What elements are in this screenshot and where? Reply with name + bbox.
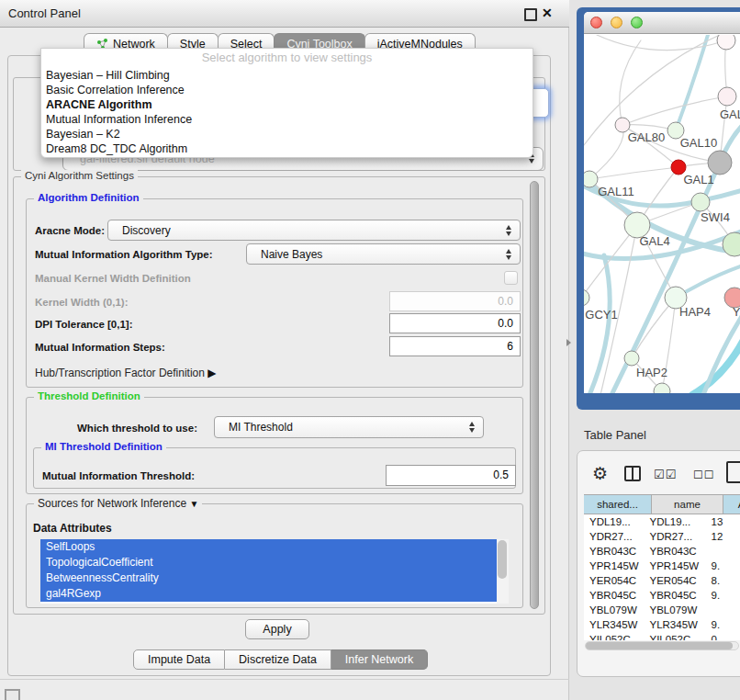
table-row[interactable]: YLR345WYLR345W9. bbox=[584, 617, 740, 632]
table-cell: YPR145W bbox=[584, 559, 645, 573]
dpi-tolerance-field[interactable]: 0.0 bbox=[389, 313, 521, 333]
table-cell: YDR27... bbox=[645, 529, 708, 544]
edge[interactable] bbox=[584, 35, 720, 145]
combo-value: Discovery bbox=[122, 224, 171, 237]
select-all-icon[interactable]: ☑☑ bbox=[654, 468, 677, 481]
list-scrollbar-thumb[interactable] bbox=[498, 540, 507, 579]
table-cell bbox=[708, 544, 740, 559]
edge[interactable] bbox=[622, 96, 727, 125]
kernel-width-field[interactable]: 0.0 bbox=[389, 291, 521, 311]
algorithm-option-bayesian-hill-climbing[interactable]: Bayesian – Hill Climbing bbox=[41, 68, 533, 83]
table-row[interactable]: YBR045CYBR045C9. bbox=[584, 588, 740, 603]
group-title: Algorithm Definition bbox=[34, 192, 143, 203]
stepper-icon bbox=[468, 421, 477, 434]
panel-divider-handle[interactable] bbox=[566, 339, 571, 346]
manual-kernel-checkbox[interactable] bbox=[504, 271, 518, 285]
table-cell: YER054C bbox=[584, 573, 645, 588]
node-label: HAP4 bbox=[679, 305, 711, 319]
table-row[interactable]: YBR043CYBR043C bbox=[584, 544, 740, 559]
table-cell: 0. bbox=[708, 632, 740, 640]
mi-threshold-field[interactable]: 0.5 bbox=[386, 465, 516, 486]
table-rows: YDL19...YDL19...13YDR27...YDR27...12YBR0… bbox=[584, 514, 740, 640]
algorithm-option-mutual-information-inference[interactable]: Mutual Information Inference bbox=[41, 112, 533, 127]
mac-minimize-icon[interactable] bbox=[611, 17, 622, 28]
node-gal[interactable] bbox=[718, 87, 736, 106]
table-row[interactable]: YDR27...YDR27...12 bbox=[584, 529, 740, 544]
mi-steps-field[interactable]: 6 bbox=[389, 336, 521, 356]
which-threshold-combo[interactable]: MI Threshold bbox=[214, 416, 484, 438]
attribute-item-selfloops[interactable]: SelfLoops bbox=[40, 539, 497, 555]
mi-type-combo[interactable]: Naive Bayes bbox=[246, 243, 521, 265]
minimized-panel-icon[interactable] bbox=[5, 689, 20, 700]
bottom-tab-impute-data[interactable]: Impute Data bbox=[133, 649, 225, 670]
node-label: GCY1 bbox=[585, 308, 617, 322]
apply-button[interactable]: Apply bbox=[245, 619, 309, 639]
node-label: GAL1 bbox=[683, 173, 713, 186]
close-icon[interactable]: ✕ bbox=[542, 6, 553, 20]
attribute-item-betweennesscentrality[interactable]: BetweennessCentrality bbox=[40, 570, 497, 586]
table-row[interactable]: YDL19...YDL19...13 bbox=[584, 514, 740, 529]
table-cell: 9. bbox=[708, 588, 740, 603]
mac-close-icon[interactable] bbox=[590, 17, 602, 28]
hub-definition-disclosure[interactable]: Hub/Transcription Factor Definition ▶ bbox=[35, 367, 217, 379]
table-row[interactable]: YPR145WYPR145W9. bbox=[584, 559, 740, 573]
panel-title: Control Panel bbox=[8, 6, 81, 20]
attribute-item-gal4rgexp[interactable]: gal4RGexp bbox=[40, 586, 497, 602]
algorithm-option-dream8-dc-tdc-algorithm[interactable]: Dream8 DC_TDC Algorithm bbox=[41, 141, 533, 156]
algorithm-option-basic-correlation-inference[interactable]: Basic Correlation Inference bbox=[41, 83, 533, 97]
mac-zoom-icon[interactable] bbox=[631, 17, 643, 28]
bottom-tab-infer-network[interactable]: Infer Network bbox=[331, 649, 428, 670]
control-panel: Control Panel ✕ NetworkStyleSelectCyni T… bbox=[0, 0, 569, 700]
table-cell: YDL19... bbox=[645, 514, 708, 529]
edge-teal[interactable] bbox=[589, 255, 610, 393]
table-cell: YBR043C bbox=[584, 544, 645, 559]
combo-value: Naive Bayes bbox=[261, 248, 322, 261]
network-canvas[interactable]: GALGAL80GAL10GAL1GAL11SWI4GAL4GCY1HAP4YH… bbox=[584, 35, 740, 393]
data-attributes-list[interactable]: SelfLoopsTopologicalCoefficientBetweenne… bbox=[40, 539, 509, 604]
column-header-a[interactable]: A bbox=[723, 495, 740, 514]
group-title: MI Threshold Definition bbox=[41, 441, 166, 452]
float-window-icon[interactable] bbox=[524, 8, 537, 21]
table-cell: 8. bbox=[708, 573, 740, 588]
table-cell: YBR043C bbox=[645, 544, 708, 559]
settings-gear-icon[interactable]: ⚙ bbox=[592, 463, 608, 484]
table-hscrollbar-thumb[interactable] bbox=[586, 642, 733, 649]
group-title: Cyni Algorithm Settings bbox=[21, 170, 138, 181]
attribute-item-topologicalcoefficient[interactable]: TopologicalCoefficient bbox=[40, 555, 497, 570]
node-gal11[interactable] bbox=[584, 171, 598, 187]
algorithm-option-bayesian-k2[interactable]: Bayesian – K2 bbox=[41, 127, 533, 141]
mi-steps-label: Mutual Information Steps: bbox=[35, 342, 165, 353]
settings-scrollbar[interactable] bbox=[530, 181, 539, 609]
new-table-icon[interactable] bbox=[726, 461, 740, 483]
stepper-icon bbox=[505, 248, 513, 261]
table-row[interactable]: YER054CYER054C8. bbox=[584, 573, 740, 588]
node-gcy1[interactable] bbox=[584, 289, 589, 306]
table-cell: YDL19... bbox=[584, 514, 645, 529]
node-unlabeled[interactable] bbox=[717, 35, 735, 50]
collapse-down-icon: ▼ bbox=[189, 499, 198, 509]
algorithm-dropdown-popup: Select algorithm to view settings Bayesi… bbox=[40, 48, 533, 158]
column-header-shared[interactable]: shared... bbox=[584, 495, 652, 514]
node-hap2[interactable] bbox=[624, 351, 639, 366]
table-cell: YBL079W bbox=[645, 603, 708, 617]
node-unlabeled[interactable] bbox=[708, 151, 732, 175]
edge[interactable] bbox=[620, 40, 641, 125]
edge[interactable] bbox=[589, 167, 678, 179]
column-view-icon[interactable] bbox=[624, 466, 641, 481]
edge[interactable] bbox=[589, 125, 623, 179]
node-label: GAL80 bbox=[628, 130, 665, 144]
column-header-name[interactable]: name bbox=[652, 495, 723, 514]
table-row[interactable]: YBL079WYBL079W bbox=[584, 603, 740, 617]
control-panel-titlebar: Control Panel ✕ bbox=[0, 0, 569, 28]
node-label: GAL10 bbox=[680, 136, 717, 150]
sources-disclosure[interactable]: Sources for Network Inference ▼ bbox=[34, 497, 202, 510]
deselect-all-icon[interactable]: ☐☐ bbox=[693, 469, 715, 481]
bottom-tab-discretize-data[interactable]: Discretize Data bbox=[225, 649, 331, 670]
table-row[interactable]: YIL052CYIL052C0. bbox=[584, 632, 740, 640]
table-panel-title: Table Panel bbox=[584, 428, 646, 442]
algorithm-option-aracne-algorithm[interactable]: ARACNE Algorithm bbox=[41, 97, 533, 112]
combo-value: MI Threshold bbox=[229, 421, 293, 434]
node-swi4[interactable] bbox=[691, 193, 710, 211]
node-label: HAP2 bbox=[636, 366, 667, 379]
aracne-mode-combo[interactable]: Discovery bbox=[107, 220, 521, 241]
